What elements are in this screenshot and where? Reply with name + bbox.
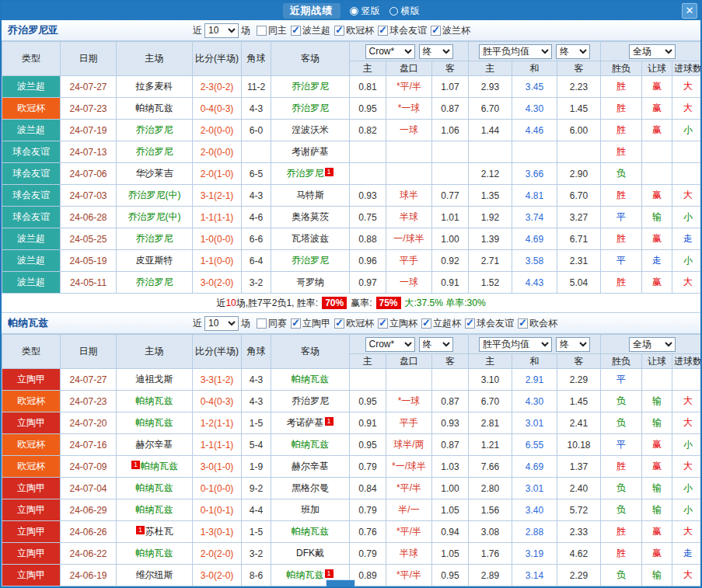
home-team: 1帕纳瓦兹 xyxy=(117,456,193,478)
filter-checkbox[interactable]: 立超杯 xyxy=(421,317,461,330)
games-label: 场 xyxy=(241,317,250,330)
match-date: 24-06-19 xyxy=(61,565,117,586)
bookmaker-select[interactable]: Crow* xyxy=(365,44,415,59)
horizontal-radio-input[interactable] xyxy=(389,7,398,16)
checkbox-input[interactable] xyxy=(291,26,301,36)
vertical-radio-label: 竖版 xyxy=(361,5,380,18)
home-team: 迪祖戈斯 xyxy=(117,369,193,391)
handicap-result: 赢 xyxy=(642,76,672,98)
avg-away-odds: 1.37 xyxy=(557,456,601,478)
league-badge: 波兰超 xyxy=(2,76,61,98)
handicap: 一/球半 xyxy=(386,228,432,250)
goals-result: 小 xyxy=(672,434,702,456)
odds-time-select[interactable]: 终 xyxy=(419,44,453,59)
match-score: 1-1(1-1) xyxy=(193,207,242,228)
checkbox-input[interactable] xyxy=(378,26,388,36)
filter-checkbox[interactable]: 立陶甲 xyxy=(291,317,330,330)
cutoff-dropdown[interactable] xyxy=(326,579,355,588)
goals-result: 小 xyxy=(672,478,702,499)
filter-checkbox[interactable]: 同主 xyxy=(257,24,287,37)
handicap: 平手 xyxy=(386,250,432,272)
team-label: 黑格尔曼 xyxy=(292,482,329,493)
handicap xyxy=(386,141,432,163)
note-mark[interactable]: 1 xyxy=(136,526,145,534)
corner-score: 6-0 xyxy=(242,120,271,141)
col-odds-home: 主 xyxy=(350,354,386,369)
note-mark[interactable]: 1 xyxy=(131,461,140,469)
layout-radio-horizontal[interactable]: 横版 xyxy=(389,5,420,18)
handicap-result: 输 xyxy=(642,478,672,499)
filter-checkbox[interactable]: 球会友谊 xyxy=(465,317,514,330)
team-label: 苏杜瓦 xyxy=(145,526,173,537)
note-mark[interactable]: 1 xyxy=(325,569,334,578)
goals-result: 大 xyxy=(672,76,702,98)
avg-odds-select[interactable]: 胜平负均值 xyxy=(479,337,552,352)
checkbox-input[interactable] xyxy=(334,318,344,329)
avg-odds-select[interactable]: 胜平负均值 xyxy=(479,44,552,59)
away-team: 奥洛莫茨 xyxy=(271,207,350,228)
avg-away-odds: 4.62 xyxy=(557,543,601,565)
bookmaker-select[interactable]: Crow* xyxy=(365,337,415,352)
layout-radio-vertical[interactable]: 竖版 xyxy=(350,5,380,18)
match-count-select[interactable]: 10 xyxy=(204,316,239,331)
away-team: 乔治罗尼 xyxy=(271,250,350,272)
match-row: 立陶甲24-07-20帕纳瓦兹1-2(1-1)1-5考诺萨基10.91平手0.9… xyxy=(2,412,702,434)
close-icon[interactable]: ✕ xyxy=(682,3,697,19)
goals-result: 走 xyxy=(672,543,702,565)
match-count-select[interactable]: 10 xyxy=(204,23,239,38)
crown-home-odds: 0.88 xyxy=(350,228,386,250)
avg-away-odds: 10.18 xyxy=(557,434,601,456)
crown-home-odds: 0.96 xyxy=(350,250,386,272)
result: 胜 xyxy=(601,185,642,207)
note-mark[interactable]: 1 xyxy=(325,168,334,176)
handicap: *一球 xyxy=(386,98,432,120)
avg-time-select[interactable]: 终 xyxy=(556,44,590,59)
crown-home-odds: 0.76 xyxy=(350,521,386,543)
checkbox-input[interactable] xyxy=(257,26,267,36)
filter-checkbox[interactable]: 欧冠杯 xyxy=(334,24,374,37)
avg-home-odds: 3.08 xyxy=(469,521,512,543)
checkbox-input[interactable] xyxy=(257,318,267,329)
league-badge: 立陶甲 xyxy=(2,499,61,521)
away-team: 帕纳瓦兹 xyxy=(271,434,350,456)
result: 胜 xyxy=(601,141,642,163)
crown-odds-header: Crow* 终 xyxy=(350,335,469,354)
filter-checkbox[interactable]: 同赛 xyxy=(257,317,287,330)
filter-checkbox[interactable]: 立陶杯 xyxy=(378,317,417,330)
filter-checkbox[interactable]: 欧冠杯 xyxy=(334,317,374,330)
filter-checkbox[interactable]: 欧会杯 xyxy=(518,317,557,330)
match-row: 立陶甲24-06-22帕纳瓦兹2-0(2-0)3-2DFK戴0.79半球1.05… xyxy=(2,543,702,565)
fulltime-select[interactable]: 全场 xyxy=(629,44,676,59)
goals-result: 小 xyxy=(672,207,702,228)
handicap: 半球 xyxy=(386,207,432,228)
vertical-radio-input[interactable] xyxy=(350,7,358,16)
col-date: 日期 xyxy=(61,335,117,369)
dialog-title: 近期战绩 xyxy=(283,3,341,19)
fulltime-select[interactable]: 全场 xyxy=(629,337,676,352)
odds-time-select[interactable]: 终 xyxy=(419,337,453,352)
checkbox-input[interactable] xyxy=(334,26,344,36)
crown-home-odds: 0.79 xyxy=(350,499,386,521)
crown-odds-header: Crow* 终 xyxy=(350,42,469,61)
crown-away-odds: 0.91 xyxy=(432,272,469,294)
corner-score: 3-2 xyxy=(242,543,271,565)
checkbox-input[interactable] xyxy=(291,318,301,329)
checkbox-label: 球会友谊 xyxy=(389,24,427,37)
checkbox-input[interactable] xyxy=(431,26,441,36)
checkbox-input[interactable] xyxy=(378,318,388,329)
team-label: 帕纳瓦兹 xyxy=(287,569,324,580)
away-team: 考诺萨基1 xyxy=(271,412,350,434)
filter-checkbox[interactable]: 波兰杯 xyxy=(431,24,470,37)
avg-time-select[interactable]: 终 xyxy=(556,337,590,352)
checkbox-input[interactable] xyxy=(518,318,528,329)
match-row: 球会友谊24-06-28乔治罗尼(中)1-1(1-1)4-6奥洛莫茨0.75半球… xyxy=(2,207,702,228)
note-mark[interactable]: 1 xyxy=(325,417,334,426)
match-date: 24-06-26 xyxy=(61,521,117,543)
match-row: 波兰超24-07-27拉多麦科2-3(0-2)11-2乔治罗尼0.81*平/半1… xyxy=(2,76,702,98)
checkbox-input[interactable] xyxy=(421,318,431,329)
filter-checkbox[interactable]: 波兰超 xyxy=(291,24,330,37)
filter-checkbox[interactable]: 球会友谊 xyxy=(378,24,427,37)
corner-score: 6-6 xyxy=(242,228,271,250)
checkbox-input[interactable] xyxy=(465,318,475,329)
corner-score: 1-9 xyxy=(242,456,271,478)
